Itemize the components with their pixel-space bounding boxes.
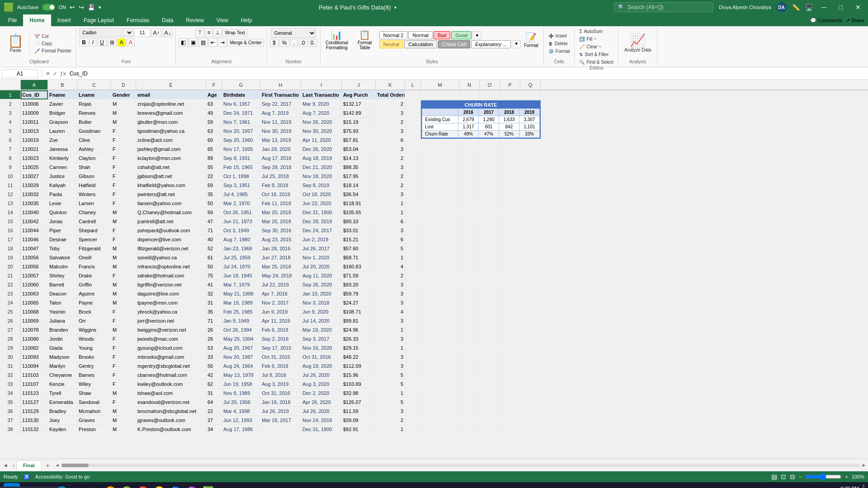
cell-D13[interactable]: F bbox=[111, 199, 136, 208]
cell-E24[interactable]: tpayne@msn.com bbox=[136, 298, 206, 307]
cell-J18[interactable]: $57.60 bbox=[342, 244, 376, 253]
cell-I29[interactable]: Nov 16, 2020 bbox=[301, 343, 342, 352]
cell-N16[interactable] bbox=[459, 226, 480, 235]
cell-O15[interactable] bbox=[480, 217, 500, 226]
app-icon-4[interactable]: 🟡 bbox=[152, 484, 166, 488]
tab-view[interactable]: View bbox=[210, 14, 235, 26]
cell-J28[interactable]: $26.33 bbox=[342, 334, 376, 343]
cell-B18[interactable]: Toby bbox=[48, 244, 77, 253]
cell-Q36[interactable] bbox=[520, 407, 541, 416]
cell-Q1[interactable] bbox=[520, 90, 541, 99]
cell-L5[interactable] bbox=[405, 127, 421, 136]
cell-M12[interactable] bbox=[421, 190, 459, 199]
cell-E17[interactable]: dspencer@live.com bbox=[136, 235, 206, 244]
col-header-I[interactable]: I bbox=[301, 80, 342, 90]
cell-A33[interactable]: 110107 bbox=[21, 380, 48, 389]
cell-H36[interactable]: Jul 26, 2019 bbox=[260, 407, 301, 416]
cell-M26[interactable] bbox=[421, 316, 459, 325]
cell-P2[interactable] bbox=[500, 99, 520, 108]
cell-B27[interactable]: Branden bbox=[48, 325, 77, 334]
cell-Q12[interactable] bbox=[520, 190, 541, 199]
cell-M15[interactable] bbox=[421, 217, 459, 226]
cell-O18[interactable] bbox=[480, 244, 500, 253]
cell-F6[interactable]: 60 bbox=[206, 136, 222, 145]
col-header-C[interactable]: C bbox=[77, 80, 111, 90]
cell-Q24[interactable] bbox=[520, 298, 541, 307]
cell-D30[interactable]: F bbox=[111, 352, 136, 361]
cell-O2[interactable] bbox=[480, 99, 500, 108]
row-header-17[interactable]: 17 bbox=[0, 235, 21, 244]
cell-K35[interactable]: 5 bbox=[376, 398, 405, 407]
cell-P22[interactable] bbox=[500, 280, 520, 289]
cell-M19[interactable] bbox=[421, 253, 459, 262]
cell-I36[interactable]: Jul 26, 2020 bbox=[301, 407, 342, 416]
cell-O30[interactable] bbox=[480, 352, 500, 361]
cell-D18[interactable]: M bbox=[111, 244, 136, 253]
cell-K28[interactable]: 3 bbox=[376, 334, 405, 343]
cell-P15[interactable] bbox=[500, 217, 520, 226]
cell-F36[interactable]: 22 bbox=[206, 407, 222, 416]
cell-D15[interactable]: M bbox=[111, 217, 136, 226]
cell-G31[interactable]: Aug 24, 1964 bbox=[222, 361, 260, 371]
cell-J36[interactable]: $11.59 bbox=[342, 407, 376, 416]
indent-decrease-icon[interactable]: ⇤ bbox=[208, 38, 217, 47]
cell-O37[interactable] bbox=[480, 416, 500, 425]
cell-I27[interactable]: Mar 19, 2020 bbox=[301, 325, 342, 334]
cell-B12[interactable]: Paola bbox=[48, 190, 77, 199]
cell-J17[interactable]: $15.21 bbox=[342, 235, 376, 244]
align-center-icon[interactable]: ▣ bbox=[189, 38, 198, 47]
cell-F23[interactable]: 32 bbox=[206, 289, 222, 298]
cell-N8[interactable] bbox=[459, 154, 480, 163]
cell-H38[interactable] bbox=[260, 425, 301, 434]
cell-P24[interactable] bbox=[500, 298, 520, 307]
row-header-36[interactable]: 36 bbox=[0, 407, 21, 416]
cell-B16[interactable]: Piper bbox=[48, 226, 77, 235]
cell-K26[interactable]: 3 bbox=[376, 316, 405, 325]
cancel-formula-icon[interactable]: ✕ bbox=[46, 70, 50, 77]
cell-J10[interactable]: $17.95 bbox=[342, 172, 376, 181]
cell-C9[interactable]: Shah bbox=[77, 163, 111, 172]
row-header-10[interactable]: 10 bbox=[0, 172, 21, 181]
cell-P4[interactable] bbox=[500, 117, 520, 127]
cell-D23[interactable]: M bbox=[111, 289, 136, 298]
cell-O38[interactable] bbox=[480, 425, 500, 434]
cell-H16[interactable]: Sep 30, 2016 bbox=[260, 226, 301, 235]
cell-Q25[interactable] bbox=[520, 307, 541, 316]
cell-I13[interactable]: Jun 22, 2020 bbox=[301, 199, 342, 208]
italic-button[interactable]: I bbox=[90, 38, 96, 47]
cell-M34[interactable] bbox=[421, 389, 459, 398]
cell-H2[interactable]: Sep 22, 2017 bbox=[260, 99, 301, 108]
cell-G10[interactable]: Oct 1, 1998 bbox=[222, 172, 260, 181]
cell-K21[interactable]: 2 bbox=[376, 271, 405, 280]
cell-H13[interactable]: Feb 11, 2018 bbox=[260, 199, 301, 208]
cell-A21[interactable]: 110057 bbox=[21, 271, 48, 280]
row-header-23[interactable]: 23 bbox=[0, 289, 21, 298]
cell-F4[interactable]: 59 bbox=[206, 117, 222, 127]
sheet-nav-left[interactable]: ◄ bbox=[0, 462, 11, 469]
cell-O22[interactable] bbox=[480, 280, 500, 289]
cell-H32[interactable]: Jul 8, 2016 bbox=[260, 371, 301, 380]
cell-O3[interactable] bbox=[480, 108, 500, 117]
cell-H26[interactable]: Apr 11, 2019 bbox=[260, 316, 301, 325]
cell-A38[interactable]: 110132 bbox=[21, 425, 48, 434]
cell-L19[interactable] bbox=[405, 253, 421, 262]
cell-N6[interactable] bbox=[459, 136, 480, 145]
comma-button[interactable]: , bbox=[290, 39, 297, 47]
cell-C7[interactable]: Ashley bbox=[77, 145, 111, 154]
cell-F38[interactable]: 34 bbox=[206, 425, 222, 434]
cell-E10[interactable]: jgibson@att.net bbox=[136, 172, 206, 181]
cell-B4[interactable]: Grayson bbox=[48, 117, 77, 127]
cell-N12[interactable] bbox=[459, 190, 480, 199]
comments-btn[interactable]: 💬 Comments bbox=[810, 18, 842, 23]
cell-E19[interactable]: soneill@yahoo.ca bbox=[136, 253, 206, 262]
row-header-4[interactable]: 4 bbox=[0, 117, 21, 127]
row-header-19[interactable]: 19 bbox=[0, 253, 21, 262]
cell-J37[interactable]: $39.09 bbox=[342, 416, 376, 425]
cell-H5[interactable]: Nov 30, 2019 bbox=[260, 127, 301, 136]
cell-G4[interactable]: Nov 7, 1961 bbox=[222, 117, 260, 127]
cell-H9[interactable]: Sep 29, 2018 bbox=[260, 163, 301, 172]
cell-C21[interactable]: Drake bbox=[77, 271, 111, 280]
cell-L22[interactable] bbox=[405, 280, 421, 289]
normal2-style-button[interactable]: Normal 2 bbox=[379, 31, 408, 39]
cell-I18[interactable]: Jul 26, 2017 bbox=[301, 244, 342, 253]
